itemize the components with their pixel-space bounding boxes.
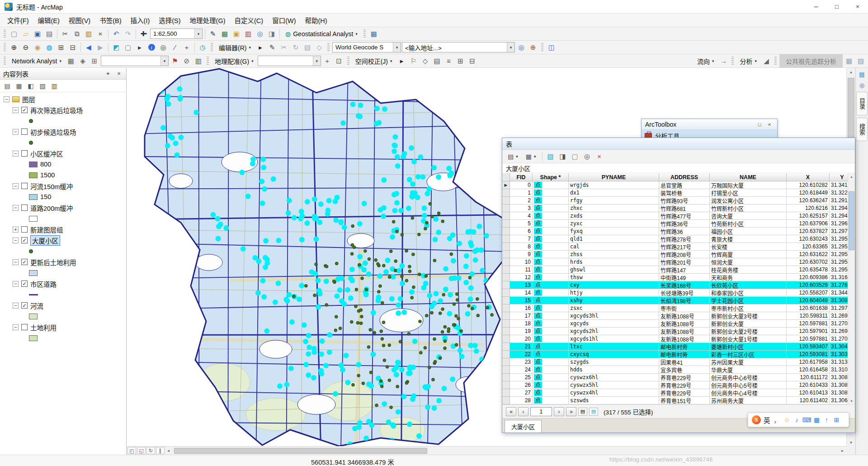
layer-label[interactable]: 大厦小区 bbox=[30, 235, 60, 246]
scroll-down-icon[interactable]: ▾ bbox=[848, 398, 855, 404]
chevron-down-icon[interactable]: ▾ bbox=[313, 56, 321, 66]
toolbar-grip[interactable] bbox=[4, 57, 6, 66]
legend-symbol[interactable] bbox=[0, 311, 126, 322]
legend-symbol[interactable] bbox=[29, 314, 38, 319]
table-row[interactable]: 9点zhss竹辉路208号竹辉商厦120.63162231.2957 bbox=[502, 251, 855, 258]
cut-icon[interactable]: ✂ bbox=[60, 29, 71, 39]
switch-selection-icon[interactable]: ◨ bbox=[557, 151, 568, 162]
chevron-down-icon[interactable]: ▾ bbox=[194, 29, 202, 38]
manage-geocode-icon[interactable]: ⊕ bbox=[528, 42, 538, 53]
georeferencing-layer-combo[interactable]: ▾ bbox=[258, 56, 321, 66]
arctoolbox-title-bar[interactable]: ArcToolbox □ × bbox=[642, 119, 777, 130]
last-record-button[interactable]: » bbox=[566, 407, 576, 416]
toolbar-grip[interactable] bbox=[731, 57, 734, 66]
column-header-x[interactable]: X bbox=[787, 173, 830, 181]
table-row[interactable]: 17点xgcyds3hl友新路1088号新郭创业大厦3号楼120.5983113… bbox=[502, 312, 855, 320]
row-selector[interactable] bbox=[502, 297, 510, 304]
toolbar-grip[interactable] bbox=[327, 43, 330, 52]
layer-city-roads[interactable]: −✓市区道路 bbox=[0, 278, 126, 289]
adjustment-arrow-icon[interactable]: ▸ bbox=[396, 56, 407, 67]
column-header-address[interactable]: ADDRESS bbox=[659, 173, 710, 181]
menu-customize[interactable]: 自定义(C) bbox=[230, 13, 268, 27]
layer-visibility-checkbox[interactable] bbox=[21, 204, 28, 211]
toolbar-grip[interactable] bbox=[4, 43, 6, 52]
legend-symbol[interactable] bbox=[29, 294, 38, 295]
collapse-icon[interactable]: − bbox=[13, 107, 19, 113]
row-selector[interactable] bbox=[502, 328, 510, 335]
row-selector[interactable] bbox=[502, 335, 510, 343]
long-sentence-icon[interactable]: ， bbox=[773, 415, 781, 424]
table-row[interactable]: ▶0点wrgjds总官堂路万融国际大厦120.61028231.3410 bbox=[502, 181, 855, 189]
layer-visibility-checkbox[interactable] bbox=[21, 150, 28, 157]
layer-label[interactable]: 新建图层组 bbox=[30, 225, 63, 234]
select-elements-icon[interactable]: ▸ bbox=[134, 42, 145, 53]
legend-symbol[interactable] bbox=[0, 333, 126, 343]
column-header-shape[interactable]: Shape * bbox=[533, 173, 569, 181]
legend-symbol[interactable] bbox=[29, 270, 38, 276]
menu-selection[interactable]: 选择(S) bbox=[154, 13, 185, 27]
panel-tab-search[interactable]: 搜索 bbox=[856, 118, 868, 141]
menu-window[interactable]: 窗口(W) bbox=[268, 13, 300, 27]
related-tables-menu[interactable]: ▦▾ bbox=[523, 152, 539, 162]
scrollbar-thumb[interactable] bbox=[174, 448, 427, 454]
table-row[interactable]: 19点xgcyds2hl友新路1088号新郭创业大厦2号楼120.5979013… bbox=[502, 328, 855, 335]
address-input[interactable]: <输入地址...>▾ bbox=[402, 42, 515, 52]
row-selector[interactable] bbox=[502, 289, 510, 297]
legend-symbol[interactable] bbox=[0, 213, 126, 224]
attributes-window-icon[interactable]: ▤ bbox=[302, 42, 313, 53]
geocode-service-combo[interactable]: World Geocode S▾ bbox=[332, 42, 401, 52]
show-all-records-icon[interactable]: ▤ bbox=[578, 408, 587, 416]
layer-label[interactable]: 图层 bbox=[22, 95, 35, 104]
trace-icon-1[interactable]: ▦ bbox=[844, 56, 854, 67]
delete-icon[interactable]: × bbox=[95, 29, 106, 39]
table-row[interactable]: 18点xgcyds友新路1088号新郭创业大厦120.59788131.2701 bbox=[502, 320, 855, 328]
layer-visibility-checkbox[interactable]: ✓ bbox=[21, 237, 28, 243]
voice-input-icon[interactable]: ♪ bbox=[793, 415, 801, 424]
split-tool-icon[interactable]: ✂ bbox=[278, 42, 289, 53]
legend-symbol[interactable] bbox=[29, 194, 38, 200]
layer-preliminary-landfill[interactable]: −初步候选垃圾场 bbox=[0, 126, 126, 137]
network-analyst-window-icon[interactable]: ◈ bbox=[77, 56, 88, 67]
row-selector[interactable] bbox=[502, 243, 510, 251]
scroll-up-icon[interactable]: ▴ bbox=[847, 68, 855, 76]
layer-new-group[interactable]: +新建图层组 bbox=[0, 224, 126, 235]
row-selector[interactable] bbox=[502, 381, 510, 389]
legend-symbol[interactable] bbox=[29, 119, 33, 123]
paste-icon[interactable]: ▥ bbox=[83, 29, 94, 39]
table-row[interactable]: 27点cyswzx4hl养育巷229号创元商务中心4号楼120.61041331… bbox=[502, 389, 855, 397]
layer-label[interactable]: 河流 bbox=[30, 301, 43, 310]
next-record-button[interactable]: › bbox=[554, 407, 564, 416]
new-map-icon[interactable]: ▢ bbox=[9, 29, 19, 39]
row-selector[interactable] bbox=[502, 235, 510, 243]
row-selector[interactable] bbox=[502, 312, 510, 320]
row-selector[interactable] bbox=[502, 374, 510, 381]
restore-icon[interactable]: □ bbox=[755, 121, 764, 128]
legend-symbol[interactable] bbox=[0, 115, 126, 126]
attribute-table-window[interactable]: 表 ▤▾▦▾▧◨▢◎× 大厦小区 FIDShape *PYNAMEADDRESS… bbox=[502, 138, 855, 433]
row-selector[interactable] bbox=[502, 204, 510, 212]
current-record-input[interactable]: 1 bbox=[530, 407, 552, 416]
table-row[interactable]: 10点hrds竹辉路201号恒润大厦120.63070231.2951 bbox=[502, 258, 855, 266]
pin-icon[interactable]: ⌖ bbox=[104, 70, 112, 78]
arctoolbox-close-icon[interactable]: × bbox=[765, 121, 774, 128]
clear-table-selection-icon[interactable]: ▢ bbox=[570, 151, 580, 162]
layer-river-150m-buffer[interactable]: −河流150m缓冲 bbox=[0, 181, 126, 191]
link-table-view-icon[interactable]: ⊡ bbox=[334, 56, 344, 67]
column-header-name[interactable]: NAME bbox=[710, 173, 787, 181]
row-selector[interactable]: ▶ bbox=[502, 181, 510, 189]
row-selector[interactable] bbox=[502, 304, 510, 312]
sketch-tool-icon[interactable]: ✎ bbox=[267, 42, 278, 53]
layer-label[interactable]: 150 bbox=[40, 193, 51, 200]
layer-label[interactable]: 小区缓冲区 bbox=[30, 149, 63, 158]
toolbar-grip[interactable] bbox=[363, 29, 366, 38]
layer-visibility-checkbox[interactable]: ✓ bbox=[21, 107, 28, 113]
locate-address-icon[interactable]: ◎ bbox=[516, 42, 527, 53]
chevron-down-icon[interactable]: ▾ bbox=[160, 56, 168, 66]
toc-close-icon[interactable]: × bbox=[115, 70, 123, 78]
row-selector[interactable] bbox=[502, 258, 510, 266]
collapse-icon[interactable]: − bbox=[13, 281, 19, 287]
multiple-links-icon[interactable]: ≡ bbox=[443, 56, 454, 67]
list-by-drawing-order-icon[interactable]: ▤ bbox=[2, 81, 12, 91]
full-extent-icon[interactable]: ◍ bbox=[44, 42, 55, 53]
first-record-button[interactable]: « bbox=[506, 407, 516, 416]
